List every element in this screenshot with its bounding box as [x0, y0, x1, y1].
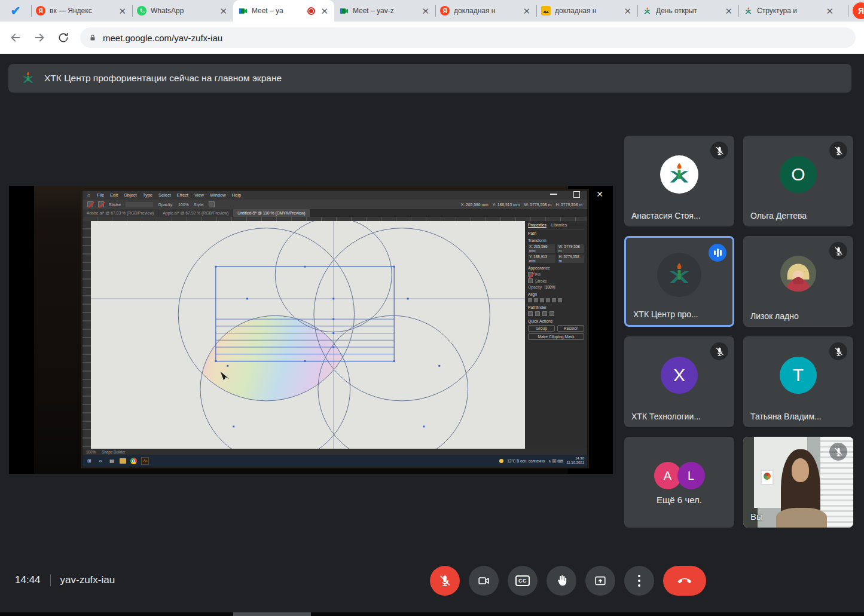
- task-view-icon: ▤: [108, 457, 115, 464]
- lock-icon: [88, 33, 97, 42]
- back-button[interactable]: [8, 30, 23, 45]
- avatar: [660, 155, 698, 194]
- weather-icon: [499, 459, 503, 463]
- avatar: Х: [661, 357, 698, 394]
- browser-tab-whatsapp[interactable]: WhatsApp ✕: [132, 0, 233, 22]
- illustrator-properties-panel: Properties Libraries Path Transform X: 2…: [525, 221, 587, 449]
- captions-button[interactable]: CC: [508, 566, 538, 596]
- monitor: ⌂ FileEditObjectTypeSelectEffectViewWind…: [81, 189, 589, 468]
- tab-close-icon[interactable]: ✕: [420, 5, 431, 17]
- minimize-icon: [550, 194, 557, 195]
- participant-tile-lizok[interactable]: Лизок ладно: [743, 236, 853, 327]
- illustrator-options-bar: Stroke Opacity: 100% Style: X: 265,586 m…: [83, 200, 587, 209]
- check-icon: ✔: [11, 4, 21, 18]
- mic-muted-icon: [829, 242, 847, 260]
- maximize-icon: [573, 191, 580, 198]
- start-icon: ⊞: [86, 457, 93, 464]
- participant-tile-xtk-tech[interactable]: Х ХТК Технологии...: [624, 336, 734, 427]
- participant-tile-xtk-center-presenting[interactable]: ХТК Центр про...: [624, 236, 734, 327]
- close-icon: ✕: [596, 190, 603, 198]
- taskbar-hint-strip: [0, 612, 864, 616]
- recolor-button: Recolor: [557, 325, 584, 332]
- meet-page: ХТК Центр профориентации сейчас на главн…: [0, 54, 864, 616]
- participant-tile-tatyana[interactable]: Т Татьяна Владим...: [743, 336, 853, 427]
- more-options-button[interactable]: [624, 566, 654, 596]
- clipping-mask-button: Make Clipping Mask: [528, 333, 584, 340]
- explorer-icon: [120, 458, 126, 464]
- mic-muted-icon: [710, 342, 728, 360]
- browser-tab-xtk2[interactable]: Структура и ✕: [738, 0, 839, 22]
- tab-strip: ✔ Я вк — Яндекс ✕ WhatsApp ✕ Meet – ya ✕…: [0, 0, 864, 22]
- avatar: [657, 253, 701, 297]
- search-icon: ○: [97, 457, 104, 464]
- participant-tile-olga[interactable]: О Ольга Дегтева: [743, 136, 853, 226]
- illustrator-status-bar: 100% Shape Builder: [83, 449, 587, 455]
- mic-muted-icon: [829, 342, 847, 360]
- illustrator-window: ⌂ FileEditObjectTypeSelectEffectViewWind…: [83, 191, 587, 467]
- presenting-banner: ХТК Центр профориентации сейчас на главн…: [8, 64, 851, 93]
- end-call-button[interactable]: [663, 566, 706, 596]
- meet-bottom-bar: 14:44 yav-zufx-iau CC: [0, 553, 864, 612]
- cc-icon: CC: [515, 575, 530, 586]
- tab-close-icon[interactable]: ✕: [521, 5, 532, 17]
- whatsapp-icon: [137, 6, 146, 16]
- circles-drawing: [91, 221, 525, 449]
- browser-tab-xtk1[interactable]: День открыт ✕: [637, 0, 738, 22]
- mic-muted-icon: [829, 443, 847, 461]
- group-button: Group: [528, 325, 555, 332]
- reload-button[interactable]: [56, 30, 71, 45]
- meeting-code: yav-zufx-iau: [60, 574, 115, 586]
- forward-button[interactable]: [32, 30, 47, 45]
- xtk-logo-icon: [642, 6, 652, 16]
- browser-tab-meet2[interactable]: Meet – yav-z ✕: [334, 0, 435, 22]
- home-icon: ⌂: [87, 192, 90, 198]
- illustrator-doc-tabs: Adobe.ai* @ 67,83 % (RGB/Preview) Apple.…: [83, 209, 587, 217]
- participant-tile-self[interactable]: Вы: [743, 437, 853, 528]
- mic-button[interactable]: [430, 566, 460, 596]
- avatar: [780, 255, 817, 295]
- banner-text: ХТК Центр профориентации сейчас на главн…: [44, 73, 282, 84]
- tab-close-icon[interactable]: ✕: [218, 5, 228, 17]
- yandex-icon: Я: [440, 6, 450, 16]
- tab-close-icon[interactable]: ✕: [622, 5, 633, 17]
- url-bar[interactable]: meet.google.com/yav-zufx-iau: [80, 27, 856, 48]
- browser-tab-vk[interactable]: Я вк — Яндекс ✕: [31, 0, 132, 22]
- browser-tab-doc2[interactable]: докладная н ✕: [536, 0, 637, 22]
- mic-muted-icon: [710, 142, 728, 160]
- participant-grid: Анастасия Стоя... О Ольга Дегтева ХТК Це…: [624, 136, 853, 528]
- xtk-logo-icon: [743, 6, 753, 16]
- tab-close-icon[interactable]: ✕: [825, 5, 835, 17]
- yandex-icon: Я: [36, 6, 45, 16]
- meet-icon: [339, 6, 349, 16]
- clock-time: 14:44: [15, 574, 41, 586]
- browser-tab-doc1[interactable]: Я докладная н ✕: [435, 0, 536, 22]
- tab-close-icon[interactable]: ✕: [723, 5, 734, 17]
- illustrator-ruler: [83, 217, 587, 221]
- browser-toolbar: meet.google.com/yav-zufx-iau: [0, 22, 864, 54]
- avatar: Т: [780, 357, 817, 394]
- pinned-tab[interactable]: ✔: [0, 0, 31, 22]
- xtk-logo-icon: [20, 71, 36, 86]
- mic-muted-icon: [829, 142, 847, 160]
- shared-screen-photo: ⌂ FileEditObjectTypeSelectEffectViewWind…: [34, 186, 568, 474]
- avatar: О: [780, 156, 817, 193]
- raise-hand-button[interactable]: [547, 566, 576, 596]
- browser-tab-meet-active[interactable]: Meet – ya ✕: [233, 0, 334, 22]
- participant-tile-anastasia[interactable]: Анастасия Стоя...: [624, 136, 734, 226]
- participant-tile-more[interactable]: A L Ещё 6 чел.: [624, 437, 734, 528]
- recording-indicator-icon: [307, 7, 315, 15]
- speaking-indicator-icon: [709, 244, 726, 262]
- more-icon: [638, 575, 640, 587]
- tab-close-icon[interactable]: ✕: [117, 5, 127, 17]
- present-button[interactable]: [585, 566, 615, 596]
- url-text: meet.google.com/yav-zufx-iau: [103, 33, 222, 43]
- illustrator-menubar: ⌂ FileEditObjectTypeSelectEffectViewWind…: [83, 191, 587, 200]
- meet-icon: [238, 6, 248, 16]
- yandex-avatar-edge[interactable]: Я: [853, 2, 864, 19]
- tab-close-icon[interactable]: ✕: [319, 5, 329, 17]
- camera-button[interactable]: [469, 566, 499, 596]
- illustrator-icon: Ai: [141, 457, 149, 465]
- image-icon: [541, 6, 551, 16]
- windows-taskbar: ⊞ ○ ▤ Ai 12°C В осн. солнечно ∧ ⌧ ⌨ 14:3…: [83, 455, 587, 467]
- illustrator-canvas: [91, 221, 525, 449]
